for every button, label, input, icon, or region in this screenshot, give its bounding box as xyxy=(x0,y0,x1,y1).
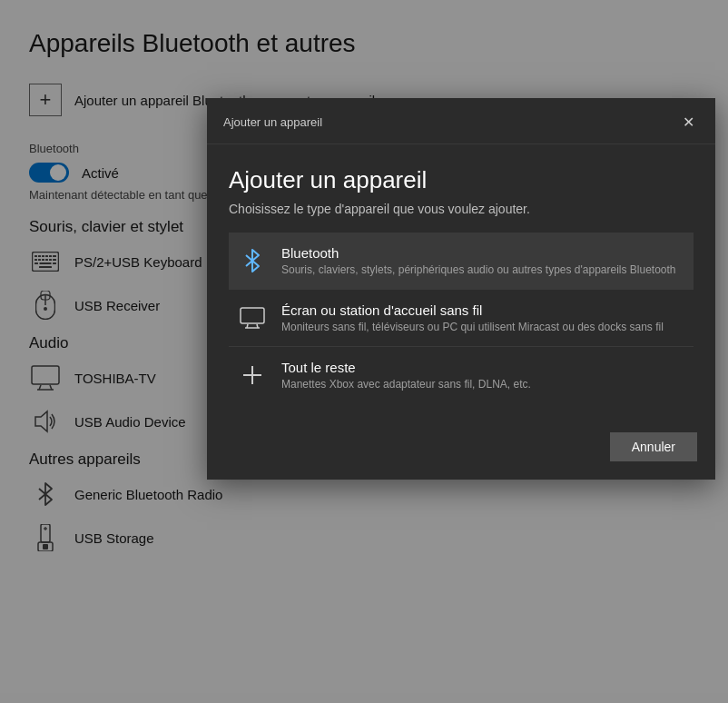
modal-option-everything-else[interactable]: Tout le reste Manettes Xbox avec adaptat… xyxy=(229,347,694,403)
modal-option-wireless-display[interactable]: Écran ou station d'accueil sans fil Moni… xyxy=(229,290,694,346)
bluetooth-option-icon xyxy=(240,248,265,273)
add-device-modal: Ajouter un appareil ✕ Ajouter un apparei… xyxy=(207,98,715,480)
everything-else-option-desc: Manettes Xbox avec adaptateur sans fil, … xyxy=(281,378,531,391)
bluetooth-option-desc: Souris, claviers, stylets, périphériques… xyxy=(281,263,676,276)
everything-else-option-name: Tout le reste xyxy=(281,360,531,375)
wireless-display-option-text: Écran ou station d'accueil sans fil Moni… xyxy=(281,302,664,333)
everything-else-option-icon xyxy=(240,362,265,388)
wireless-display-option-icon xyxy=(240,305,265,331)
everything-else-option-text: Tout le reste Manettes Xbox avec adaptat… xyxy=(281,360,531,391)
wireless-display-option-desc: Moniteurs sans fil, téléviseurs ou PC qu… xyxy=(281,321,664,333)
modal-subtitle: Choisissez le type d'appareil que vous v… xyxy=(229,202,694,216)
modal-header-title: Ajouter un appareil xyxy=(223,115,322,129)
close-icon: ✕ xyxy=(683,114,694,131)
modal-close-button[interactable]: ✕ xyxy=(675,109,701,134)
cancel-button[interactable]: Annuler xyxy=(610,432,697,461)
modal-title: Ajouter un appareil xyxy=(229,166,694,194)
modal-header: Ajouter un appareil ✕ xyxy=(207,98,715,144)
wireless-display-option-name: Écran ou station d'accueil sans fil xyxy=(281,302,664,318)
modal-option-bluetooth[interactable]: Bluetooth Souris, claviers, stylets, pér… xyxy=(229,233,694,289)
modal-footer: Annuler xyxy=(207,418,715,480)
bluetooth-option-name: Bluetooth xyxy=(281,245,676,261)
svg-rect-31 xyxy=(241,308,264,323)
bluetooth-option-text: Bluetooth Souris, claviers, stylets, pér… xyxy=(281,245,676,276)
modal-body: Ajouter un appareil Choisissez le type d… xyxy=(207,144,715,418)
